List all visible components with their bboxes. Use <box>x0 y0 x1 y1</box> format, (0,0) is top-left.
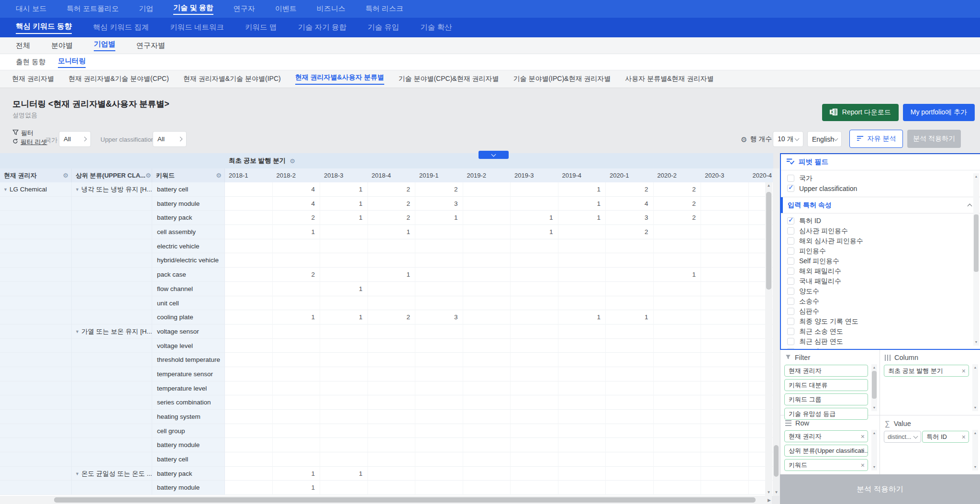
gear-icon[interactable]: ⚙ <box>290 158 295 164</box>
checkbox[interactable] <box>787 175 794 182</box>
scroll-up-arrow[interactable]: ▲ <box>972 364 978 371</box>
pivot-attribute-item[interactable]: 최근 소송 연도 <box>781 326 980 336</box>
pivot-list-scrollbar[interactable]: ▲ ▼ <box>973 173 979 346</box>
checkbox[interactable] <box>787 237 794 245</box>
sub-nav-item[interactable]: 기술 확산 <box>420 22 452 33</box>
scrollbar-thumb[interactable] <box>766 192 771 290</box>
table-vertical-scrollbar[interactable]: ▲ ▼ <box>765 182 772 496</box>
main-nav-item[interactable]: 대시 보드 <box>16 4 46 13</box>
scroll-right-arrow[interactable]: ▶ <box>768 498 771 503</box>
pivot-attribute-item[interactable]: 해외 패밀리수 <box>781 266 980 276</box>
upper-classification-dropdown[interactable]: All <box>153 131 187 147</box>
collapse-triangle-icon[interactable]: ▼ <box>75 183 79 197</box>
language-dropdown[interactable]: English <box>807 131 842 147</box>
scope-tab[interactable]: 분야별 <box>51 41 73 50</box>
pivot-attribute-item[interactable]: 등록연도 <box>781 347 980 350</box>
filter-field-chip[interactable]: 키워드 그룹 <box>784 393 868 405</box>
checkbox[interactable] <box>787 217 794 224</box>
table-horizontal-scrollbar[interactable]: ▶ <box>0 496 772 504</box>
pivot-field-item[interactable]: 국가 <box>781 173 980 183</box>
pivot-attribute-item[interactable]: Self 피인용수 <box>781 256 980 266</box>
checkbox[interactable] <box>787 308 794 315</box>
pivot-attribute-item[interactable]: 소송수 <box>781 296 980 306</box>
scroll-up-arrow[interactable]: ▲ <box>765 182 772 189</box>
gear-icon[interactable]: ⚙ <box>145 172 151 179</box>
row-field-chip[interactable]: 상위 분류(Upper classificati...× <box>784 445 868 457</box>
row-field-chip[interactable]: 현재 권리자× <box>784 430 868 442</box>
main-nav-item[interactable]: 특허 리스크 <box>366 4 403 13</box>
monitoring-tab[interactable]: 기술 분야별(CPC)&현재 권리자별 <box>399 75 499 83</box>
pivot-attribute-item[interactable]: 특허 ID <box>781 216 980 226</box>
collapse-triangle-icon[interactable]: ▼ <box>75 325 79 339</box>
scrollbar-thumb[interactable] <box>774 445 779 477</box>
pivot-attribute-item[interactable]: 양도수 <box>781 286 980 296</box>
checkbox[interactable] <box>787 258 794 265</box>
sub-nav-item[interactable]: 키워드 맵 <box>245 22 277 33</box>
row-zone-scrollbar[interactable]: ▲ ▼ <box>871 430 877 470</box>
panel-vertical-scrollbar[interactable]: ▼ <box>773 168 780 496</box>
scroll-down-arrow[interactable]: ▼ <box>765 489 772 496</box>
row-count-dropdown[interactable]: 10 개 <box>773 131 803 147</box>
pivot-attribute-item[interactable]: 심판수 <box>781 306 980 316</box>
checkbox[interactable] <box>787 227 794 235</box>
scroll-up-arrow[interactable]: ▲ <box>972 430 978 437</box>
value-zone-scrollbar[interactable]: ▲ ▼ <box>972 430 978 470</box>
close-icon[interactable]: × <box>861 433 865 440</box>
sub-nav-item[interactable]: 핵심 키워드 집계 <box>93 22 149 33</box>
apply-analysis-button-top[interactable]: 분석 적용하기 <box>907 130 961 148</box>
aggregation-dropdown[interactable]: distinct... <box>884 431 921 443</box>
scrollbar-thumb[interactable] <box>974 214 979 272</box>
scroll-up-arrow[interactable]: ▲ <box>973 173 979 180</box>
scope-tab[interactable]: 전체 <box>16 41 30 50</box>
value-field-chip[interactable]: 특허 ID× <box>922 431 969 443</box>
gear-icon[interactable]: ⚙ <box>63 172 68 179</box>
view-tab[interactable]: 모니터링 <box>58 56 86 68</box>
main-nav-item[interactable]: 비즈니스 <box>317 4 345 13</box>
apply-analysis-button[interactable]: 분석 적용하기 <box>780 474 980 504</box>
pivot-attribute-item[interactable]: 피인용수 <box>781 246 980 256</box>
filter-toggle[interactable]: 필터 <box>12 128 47 137</box>
close-icon[interactable]: × <box>962 434 966 440</box>
collapse-triangle-icon[interactable]: ▼ <box>75 467 79 481</box>
scope-tab[interactable]: 기업별 <box>94 40 115 51</box>
main-nav-item[interactable]: 기술 및 융합 <box>173 3 213 15</box>
collapse-header-button[interactable] <box>479 151 509 159</box>
row-field-chip[interactable]: 키워드× <box>784 459 868 471</box>
scrollbar-thumb[interactable] <box>872 371 877 399</box>
checkbox[interactable] <box>787 318 794 325</box>
sub-nav-item[interactable]: 키워드 네트워크 <box>170 22 224 33</box>
monitoring-tab[interactable]: 현재 권리자별&사용자 분류별 <box>295 73 384 85</box>
sub-nav-item[interactable]: 기술 유입 <box>368 22 399 33</box>
checkbox[interactable] <box>787 328 794 335</box>
free-analysis-button[interactable]: 자유 분석 <box>849 130 903 148</box>
pivot-field-item[interactable]: Upper classification <box>781 183 980 193</box>
checkbox[interactable] <box>787 278 794 285</box>
sub-nav-item[interactable]: 기술 자기 융합 <box>298 22 346 33</box>
pivot-attribute-item[interactable]: 최종 양도 기록 연도 <box>781 316 980 326</box>
pivot-attribute-item[interactable]: 해외 심사관 피인용수 <box>781 236 980 246</box>
monitoring-tab[interactable]: 현재 권리자별&기술 분야별(CPC) <box>68 75 169 83</box>
collapse-triangle-icon[interactable]: ▼ <box>3 183 8 197</box>
monitoring-tab[interactable]: 기술 분야별(IPC)&현재 권리자별 <box>513 75 611 83</box>
column-field-chip[interactable]: 최초 공보 발행 분기× <box>884 365 969 377</box>
scroll-down-arrow[interactable]: ▼ <box>973 339 979 346</box>
checkbox[interactable] <box>787 298 794 305</box>
view-tab[interactable]: 출현 동향 <box>16 57 45 67</box>
close-icon[interactable]: × <box>962 368 966 374</box>
gear-icon[interactable]: ⚙ <box>216 172 222 179</box>
scroll-up-arrow[interactable]: ▲ <box>871 430 877 437</box>
sub-nav-item[interactable]: 핵심 키워드 동향 <box>16 22 72 34</box>
filter-field-chip[interactable]: 키워드 대분류 <box>784 379 868 391</box>
pivot-attribute-item[interactable]: 심사관 피인용수 <box>781 226 980 236</box>
monitoring-tab[interactable]: 사용자 분류별&현재 권리자별 <box>625 75 713 83</box>
country-dropdown[interactable]: All <box>59 131 91 147</box>
column-zone-scrollbar[interactable]: ▲ ▼ <box>972 364 978 411</box>
monitoring-tab[interactable]: 현재 권리자별 <box>12 75 54 83</box>
main-nav-item[interactable]: 연구자 <box>234 4 255 13</box>
filter-reset-button[interactable]: 필터 리셋 <box>12 137 47 146</box>
scroll-down-arrow[interactable]: ▼ <box>773 489 780 496</box>
main-nav-item[interactable]: 이벤트 <box>275 4 297 13</box>
pivot-attribute-item[interactable]: 국내 패밀리수 <box>781 276 980 286</box>
scroll-up-arrow[interactable]: ▲ <box>871 364 877 371</box>
checkbox[interactable] <box>787 247 794 255</box>
